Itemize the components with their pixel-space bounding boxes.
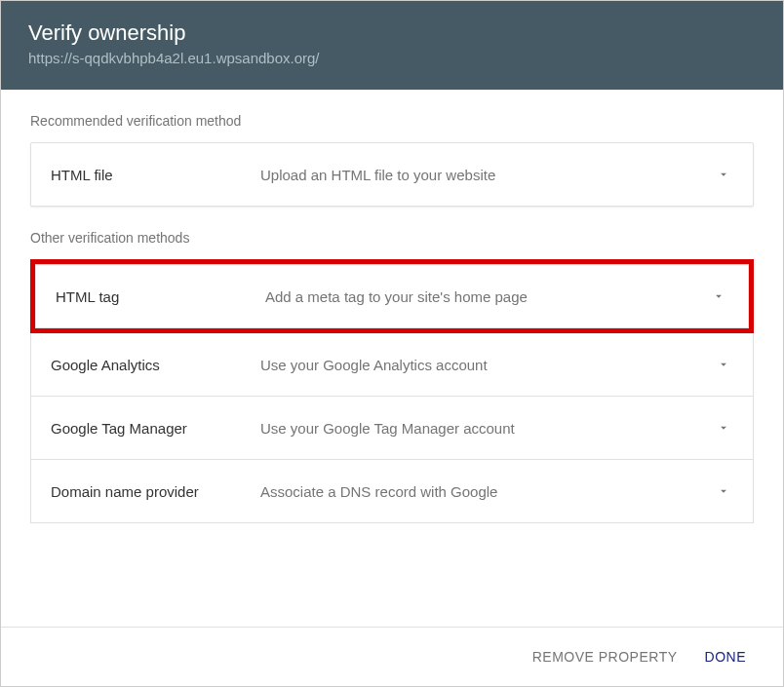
method-desc: Use your Google Tag Manager account [260, 420, 704, 437]
chevron-down-icon [714, 355, 733, 374]
done-button[interactable]: Done [695, 637, 756, 676]
dialog-subtitle: https://s-qqdkvbhpb4a2l.eu1.wpsandbox.or… [28, 50, 756, 66]
dialog-title: Verify ownership [28, 20, 756, 46]
method-html-file[interactable]: HTML file Upload an HTML file to your we… [30, 142, 754, 207]
method-google-analytics[interactable]: Google Analytics Use your Google Analyti… [31, 333, 753, 397]
chevron-down-icon [714, 418, 733, 438]
method-html-tag[interactable]: HTML tag Add a meta tag to your site's h… [35, 264, 749, 328]
method-name: Domain name provider [51, 483, 260, 500]
recommended-section-label: Recommended verification method [30, 113, 754, 129]
method-google-tag-manager[interactable]: Google Tag Manager Use your Google Tag M… [31, 397, 753, 460]
remove-property-button[interactable]: Remove property [523, 637, 687, 676]
dialog-header: Verify ownership https://s-qqdkvbhpb4a2l… [1, 1, 783, 90]
method-desc: Use your Google Analytics account [260, 357, 704, 373]
method-name: HTML file [51, 167, 260, 183]
method-name: Google Tag Manager [51, 420, 260, 437]
method-name: Google Analytics [51, 357, 260, 373]
method-desc: Associate a DNS record with Google [260, 483, 704, 500]
method-desc: Upload an HTML file to your website [260, 167, 704, 183]
other-section-label: Other verification methods [30, 230, 754, 246]
chevron-down-icon [714, 481, 733, 501]
method-name: HTML tag [56, 288, 265, 305]
dialog-content: Recommended verification method HTML fil… [1, 90, 783, 627]
other-methods-list: HTML tag Add a meta tag to your site's h… [30, 259, 754, 523]
method-domain-name-provider[interactable]: Domain name provider Associate a DNS rec… [31, 460, 753, 522]
method-list-remaining: Google Analytics Use your Google Analyti… [30, 332, 754, 523]
dialog-footer: Remove property Done [1, 627, 783, 686]
chevron-down-icon [709, 286, 728, 306]
highlighted-annotation: HTML tag Add a meta tag to your site's h… [30, 259, 754, 333]
verify-ownership-dialog: Verify ownership https://s-qqdkvbhpb4a2l… [1, 1, 783, 686]
chevron-down-icon [714, 165, 733, 184]
method-desc: Add a meta tag to your site's home page [265, 288, 699, 305]
